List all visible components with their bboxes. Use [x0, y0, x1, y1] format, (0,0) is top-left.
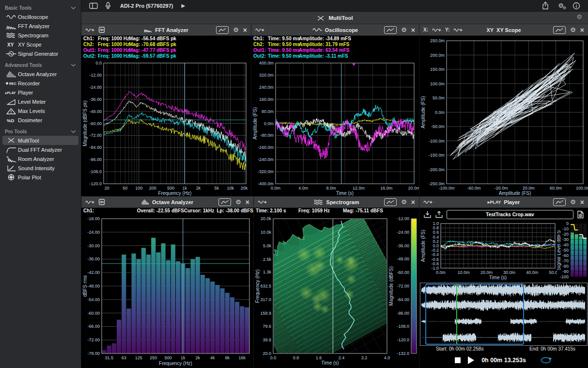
fft-plot[interactable]: 20501002005001k2k5k10k20k0.0-12.00-24.00… [81, 59, 251, 196]
sidebar-item-xy-scope[interactable]: XYXY Scope [2, 40, 78, 49]
signal-route-icon[interactable] [432, 27, 441, 33]
import-icon[interactable] [423, 211, 432, 218]
spectrogram-plot[interactable]: 0.00.81.62.43.24.020.0k10.0k5.0k2.5k1.3k… [254, 214, 419, 368]
signal-route-icon[interactable] [85, 199, 94, 205]
oscilloscope-plot[interactable]: 0.0m4.0m8.0m12.0m16.0m20.0m400.0m320.0m2… [251, 59, 419, 196]
sidebar-item-room-analyzer[interactable]: Room Analyzer [2, 154, 78, 163]
gear-icon[interactable]: ⚙ [401, 199, 407, 205]
close-icon[interactable]: × [580, 199, 584, 206]
info-icon[interactable] [573, 2, 580, 10]
device-settings-icon[interactable]: ⚙⚙ [558, 2, 564, 9]
sidebar-item-recorder[interactable]: RECRecorder [2, 79, 78, 88]
x-channel-label: X: [423, 27, 428, 32]
svg-text:4.0: 4.0 [384, 355, 390, 360]
sidebar-item-player[interactable]: ▸PLAYPlayer [2, 88, 78, 97]
sidebar-item-dosimeter[interactable]: %DDosimeter [2, 115, 78, 125]
file-info-icon[interactable] [577, 210, 584, 219]
snapshot-icon[interactable] [98, 199, 105, 205]
chart-toggle-icon[interactable] [553, 26, 566, 34]
sidebar-section-basic-tools[interactable]: Basic Tools [0, 4, 81, 12]
svg-text:0: 0 [566, 221, 569, 226]
sidebar-section-pro-tools[interactable]: Pro Tools [0, 128, 81, 136]
chart-toggle-icon[interactable] [384, 26, 397, 34]
svg-text:Frequency (Hz): Frequency (Hz) [159, 361, 192, 366]
fft-icon [4, 23, 18, 30]
chart-toggle-icon[interactable] [553, 198, 566, 206]
gear-icon[interactable]: ⚙ [401, 27, 407, 33]
gear-icon[interactable]: ⚙ [235, 199, 241, 205]
close-icon[interactable]: × [246, 199, 249, 206]
svg-text:0.0m: 0.0m [435, 110, 445, 115]
sidebar-section-advanced-tools[interactable]: Advanced Tools [0, 61, 81, 69]
sidebar-item-multitool[interactable]: MultiTool [2, 136, 78, 145]
selection-region[interactable] [425, 284, 524, 345]
gear-icon[interactable]: ⚙ [570, 27, 576, 33]
svg-text:-120.0: -120.0 [89, 181, 102, 186]
svg-text:0.0: 0.0 [270, 355, 277, 360]
signal-route-icon[interactable] [453, 27, 463, 33]
svg-text:8k: 8k [225, 355, 230, 360]
svg-text:0.0: 0.0 [95, 61, 102, 65]
signal-route-icon[interactable] [85, 27, 94, 33]
svg-text:Amplitude (FS): Amplitude (FS) [499, 191, 531, 196]
spectrogram-readout: Time: 2.100 s Freq: 1059 Hz Mag: -75.11 … [254, 208, 419, 214]
sidebar-item-sound-intensity[interactable]: Sound Intensity [2, 163, 78, 173]
sidebar-item-max-levels[interactable]: Max Levels [2, 106, 78, 115]
sidebar-item-level-meter[interactable]: Level Meter [2, 97, 78, 106]
sidebar-toggle-icon[interactable] [89, 2, 98, 9]
xy-icon: XY [4, 41, 18, 48]
sidebar-item-oscilloscope[interactable]: Oscilloscope [2, 12, 78, 21]
gear-icon[interactable]: ⚙ [570, 199, 576, 205]
file-name-field[interactable]: TestTracks Crop.wav [447, 210, 573, 219]
svg-text:-78.00: -78.00 [87, 351, 100, 356]
svg-text:-12.00: -12.00 [89, 73, 102, 78]
svg-text:Time (s): Time (s) [489, 275, 507, 280]
close-icon[interactable]: × [411, 27, 415, 33]
sidebar-item-signal-generator[interactable]: Signal Generator [2, 49, 78, 58]
stop-button[interactable] [455, 357, 461, 363]
close-icon[interactable]: × [411, 199, 415, 206]
gear-icon[interactable]: ⚙ [233, 27, 239, 33]
share-icon[interactable] [542, 1, 549, 10]
sidebar-item-polar-plot[interactable]: Polar Plot [2, 173, 78, 182]
chart-toggle-icon[interactable] [218, 198, 231, 206]
intensity-icon [4, 165, 18, 172]
svg-text:Frequency (Hz): Frequency (Hz) [255, 270, 260, 303]
sidebar-item-spectrogram[interactable]: Spectrogram [2, 31, 78, 40]
layout-gear-icon[interactable]: ⚙ [576, 14, 582, 20]
mic-icon[interactable] [104, 2, 112, 9]
snapshot-icon[interactable] [98, 27, 105, 33]
fft-readouts: Ch1:Freq: 1000 HzMag: -56.54 dBFS pk Ch2… [81, 36, 251, 59]
svg-text:16k: 16k [238, 355, 246, 360]
waveform-overview[interactable] [420, 283, 588, 346]
octave-plot[interactable]: 31.5631252505001k2k4k8k16kFrequency (Hz)… [81, 214, 253, 368]
svg-text:-30.00: -30.00 [87, 243, 100, 248]
device-play-button[interactable]: ▶ [181, 3, 185, 8]
svg-text:50: 50 [123, 186, 127, 191]
sidebar-item-fft-analyzer[interactable]: FFT Analyzer [2, 21, 78, 31]
play-button[interactable] [468, 356, 474, 364]
player-level-plot[interactable]: 0.0m10.0m20.0m30.0m40.0m50.0m1.00.80.60.… [419, 221, 557, 281]
export-icon[interactable] [435, 211, 443, 218]
svg-text:-240.0m: -240.0m [258, 157, 274, 162]
sidebar-item-dual-fft-analyzer[interactable]: Dual FFT Analyzer [2, 145, 78, 154]
signal-route-icon[interactable] [255, 27, 264, 33]
dualfft-icon [4, 146, 18, 153]
player-icon: ▸PLAY [488, 200, 501, 205]
recorder-icon: REC [4, 80, 18, 87]
signal-route-icon[interactable] [258, 199, 267, 205]
svg-text:-72.00: -72.00 [89, 133, 102, 138]
spectrogram-icon [314, 199, 324, 205]
chart-toggle-icon[interactable] [216, 26, 229, 34]
close-icon[interactable]: × [580, 27, 584, 33]
playhead[interactable] [456, 284, 457, 344]
svg-text:317.0: 317.0 [260, 297, 271, 302]
xy-plot[interactable]: -100.0m-60.0m-20.0m20.0m60.0m100.0m250.0… [419, 36, 588, 196]
close-icon[interactable]: × [243, 27, 247, 33]
sidebar-item-octave-analyzer[interactable]: Octave Analyzer [2, 69, 78, 79]
svg-text:200: 200 [149, 186, 156, 191]
chart-toggle-icon[interactable] [384, 198, 397, 206]
loop-icon[interactable] [540, 356, 553, 364]
svg-text:-90: -90 [562, 269, 569, 274]
signal-route-icon[interactable] [423, 199, 433, 205]
